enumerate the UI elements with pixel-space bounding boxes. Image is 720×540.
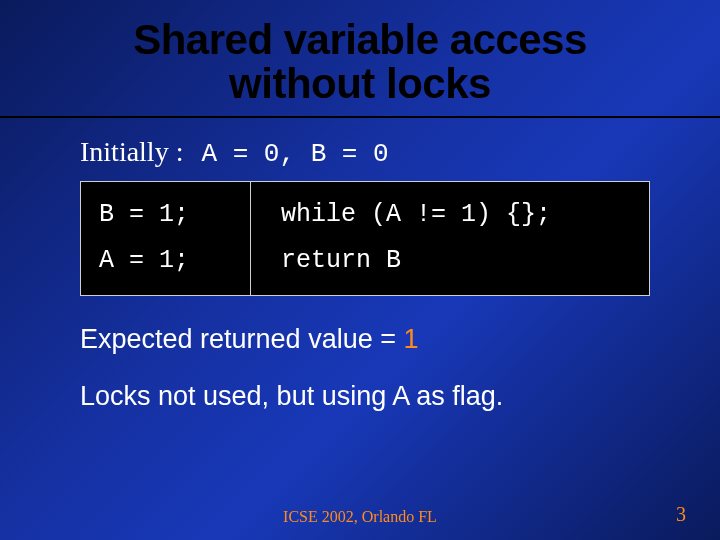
code-box: B = 1; A = 1; while (A != 1) {}; return …	[80, 181, 650, 296]
footer-text: ICSE 2002, Orlando FL	[0, 508, 720, 526]
content-area: Initially : A = 0, B = 0 B = 1; A = 1; w…	[40, 118, 680, 412]
page-number: 3	[676, 503, 686, 526]
slide-title: Shared variable access without locks	[40, 18, 680, 106]
initial-row: Initially : A = 0, B = 0	[80, 136, 662, 169]
code-right-line-1: while (A != 1) {};	[281, 192, 641, 238]
code-left-line-2: A = 1;	[99, 238, 242, 284]
slide: Shared variable access without locks Ini…	[0, 0, 720, 540]
code-col-left: B = 1; A = 1;	[81, 182, 251, 295]
initial-label: Initially :	[80, 136, 183, 168]
expected-value: 1	[403, 324, 418, 354]
code-col-right: while (A != 1) {}; return B	[251, 182, 649, 295]
title-line-1: Shared variable access	[133, 16, 587, 63]
code-left-line-1: B = 1;	[99, 192, 242, 238]
initial-code: A = 0, B = 0	[201, 139, 388, 169]
flag-line: Locks not used, but using A as flag.	[80, 381, 662, 412]
code-right-line-2: return B	[281, 238, 641, 284]
expected-line: Expected returned value = 1	[80, 324, 662, 355]
expected-prefix: Expected returned value =	[80, 324, 403, 354]
title-line-2: without locks	[229, 60, 491, 107]
